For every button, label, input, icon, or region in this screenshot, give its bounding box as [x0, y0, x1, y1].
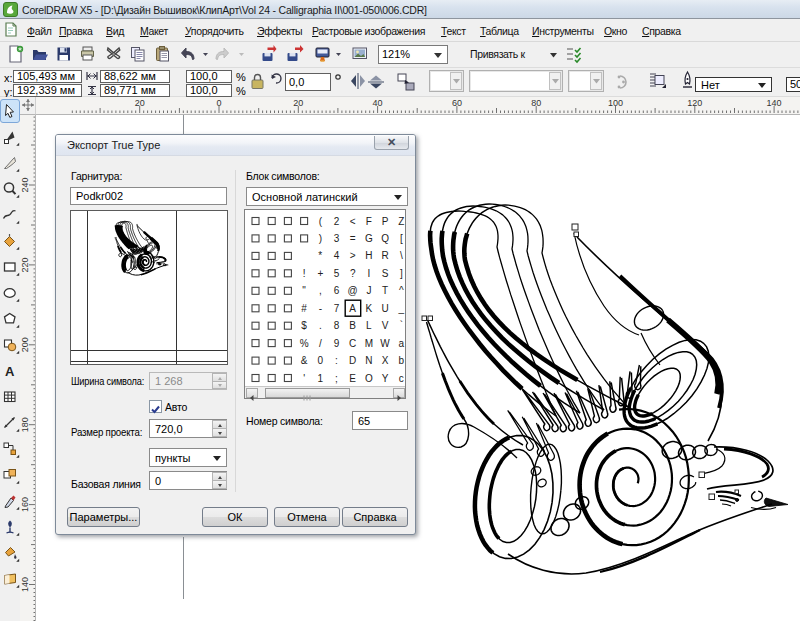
svg-text:]: ] [400, 268, 403, 279]
svg-text:": " [302, 285, 306, 296]
svg-text:a: a [399, 338, 405, 349]
svg-text:B: B [349, 320, 356, 331]
svg-text:@: @ [348, 285, 358, 296]
svg-text:5: 5 [334, 268, 340, 279]
svg-text:K: K [366, 303, 373, 314]
svg-text:/: / [319, 338, 322, 349]
svg-text:&: & [301, 355, 308, 366]
svg-text:9: 9 [334, 338, 340, 349]
svg-text:Q: Q [381, 233, 389, 244]
svg-text:F: F [366, 216, 372, 227]
svg-text:1: 1 [318, 373, 324, 384]
svg-text:': ' [303, 373, 305, 384]
svg-text:6: 6 [334, 285, 340, 296]
svg-text:): ) [319, 233, 322, 244]
svg-text:_: _ [398, 303, 405, 314]
svg-text:*: * [318, 250, 322, 261]
svg-text:Z: Z [398, 216, 404, 227]
svg-text:=: = [350, 233, 356, 244]
svg-text:%: % [300, 338, 309, 349]
svg-text:X: X [382, 355, 389, 366]
svg-text:3: 3 [334, 233, 340, 244]
svg-text:c: c [399, 373, 404, 384]
svg-text:H: H [365, 250, 372, 261]
svg-text:S: S [382, 268, 389, 279]
svg-text:G: G [365, 233, 373, 244]
svg-text:L: L [366, 320, 372, 331]
svg-text:E: E [349, 373, 356, 384]
svg-text:^: ^ [399, 285, 404, 296]
svg-text:D: D [349, 355, 356, 366]
svg-text:P: P [382, 216, 389, 227]
svg-text:C: C [349, 338, 356, 349]
svg-text:4: 4 [334, 250, 340, 261]
svg-text:>: > [350, 250, 356, 261]
svg-text:+: + [317, 268, 323, 279]
svg-text:A: A [349, 303, 356, 314]
svg-text:;: ; [335, 373, 338, 384]
svg-text:I: I [368, 268, 371, 279]
svg-text:\: \ [400, 250, 403, 261]
svg-text:2: 2 [334, 216, 340, 227]
svg-text:O: O [365, 373, 373, 384]
svg-text:.: . [319, 320, 322, 331]
svg-text:,: , [319, 285, 322, 296]
svg-text:T: T [382, 285, 388, 296]
svg-text:$: $ [301, 320, 307, 331]
svg-text:W: W [380, 338, 390, 349]
svg-text:R: R [381, 250, 388, 261]
svg-text:-: - [319, 303, 322, 314]
svg-text:8: 8 [334, 320, 340, 331]
svg-text:[: [ [400, 233, 403, 244]
svg-text:7: 7 [334, 303, 340, 314]
svg-text:?: ? [350, 268, 356, 279]
svg-text:<: < [350, 216, 356, 227]
svg-text:U: U [381, 303, 388, 314]
svg-text:!: ! [303, 268, 306, 279]
svg-text:(: ( [319, 216, 323, 227]
svg-text:Y: Y [382, 373, 389, 384]
svg-text:`: ` [400, 320, 403, 331]
svg-text:M: M [365, 338, 373, 349]
svg-text::: : [335, 355, 338, 366]
svg-text:N: N [365, 355, 372, 366]
svg-text:#: # [301, 303, 307, 314]
svg-text:0: 0 [318, 355, 324, 366]
svg-text:V: V [382, 320, 389, 331]
svg-text:b: b [399, 355, 405, 366]
svg-text:J: J [366, 285, 371, 296]
